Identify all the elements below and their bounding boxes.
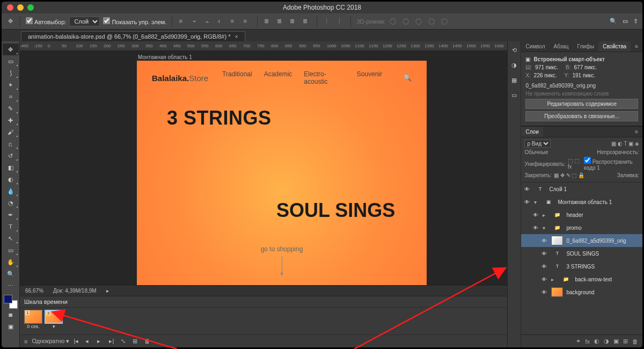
stamp-tool[interactable]: ⎌ <box>3 138 19 150</box>
play-button[interactable]: ▸ <box>97 338 105 345</box>
blend-mode-dropdown[interactable]: Обычные <box>524 149 548 155</box>
type-tool[interactable]: T <box>3 221 19 232</box>
visibility-toggle[interactable]: 👁 <box>540 264 548 270</box>
prev-frame-button[interactable]: ◂ <box>85 338 93 345</box>
visibility-toggle[interactable]: 👁 <box>540 251 548 257</box>
align-icon[interactable]: ≡ <box>243 18 251 25</box>
first-frame-button[interactable]: |◂ <box>74 338 81 345</box>
eyedropper-tool[interactable]: ✎ <box>3 103 19 114</box>
color-panel-icon[interactable]: ◑ <box>509 60 519 70</box>
healing-tool[interactable]: ✚ <box>3 114 19 126</box>
history-panel-icon[interactable]: ⟲ <box>509 45 519 55</box>
timeline-menu-icon[interactable]: ≡ <box>24 338 27 345</box>
distribute-icon[interactable]: ≣ <box>264 18 272 25</box>
brush-tool[interactable]: 🖌 <box>3 126 19 138</box>
layer-row[interactable]: 👁TСлой 1 <box>521 183 642 195</box>
marquee-tool[interactable]: ▭ <box>3 55 19 67</box>
group-icon[interactable]: ▣ <box>613 338 619 345</box>
align-icon[interactable]: ⫞ <box>217 18 225 25</box>
dodge-tool[interactable]: ◔ <box>3 197 19 209</box>
layer-filter-dropdown[interactable]: ρ Вид <box>524 140 551 148</box>
layer-row[interactable]: 👁▾📁promo <box>521 221 642 234</box>
new-frame-button[interactable]: ⊞ <box>133 338 140 345</box>
shape-tool[interactable]: ▭ <box>3 244 19 256</box>
align-icon[interactable]: ≡ <box>230 18 238 25</box>
zoom-level[interactable]: 66,67% <box>25 288 43 294</box>
distribute-icon[interactable]: ≣ <box>277 18 284 25</box>
more-tools[interactable]: ⋯ <box>3 280 19 292</box>
propagate-checkbox[interactable]: Распространить кадр 1 <box>584 157 639 171</box>
panel-menu-icon[interactable]: ≡ <box>631 41 642 52</box>
tab-glyphs[interactable]: Глифы <box>573 41 599 52</box>
layer-row[interactable]: 👁▸📁back-arrow-text <box>521 273 642 286</box>
auto-select-dropdown[interactable]: Слой <box>69 17 100 26</box>
blur-tool[interactable]: 💧 <box>3 185 19 197</box>
visibility-toggle[interactable]: 👁 <box>532 212 539 218</box>
timeline-frame[interactable]: 2 ▾ <box>45 310 63 329</box>
panel-menu-icon[interactable]: ≡ <box>631 127 642 137</box>
crop-tool[interactable]: ⌗ <box>3 91 19 103</box>
align-icon[interactable]: ⫠ <box>204 18 212 25</box>
delete-frame-button[interactable]: 🗑 <box>144 338 152 345</box>
adjustment-icon[interactable]: ◑ <box>604 338 609 345</box>
tab-character[interactable]: Символ <box>521 41 549 52</box>
chevron-right-icon[interactable]: ▸ <box>106 288 109 294</box>
eraser-tool[interactable]: ◧ <box>3 162 19 173</box>
quick-select-tool[interactable]: ✶ <box>3 79 19 91</box>
foreground-swatch[interactable] <box>4 295 12 303</box>
distribute-icon[interactable]: ≣ <box>303 18 310 25</box>
distribute-icon[interactable]: ⋮ <box>336 18 344 25</box>
move-tool[interactable]: ✥ <box>3 43 19 55</box>
path-tool[interactable]: ↖ <box>3 232 19 244</box>
align-icon[interactable]: ≡ <box>179 18 186 25</box>
y-value[interactable]: 191 пикс. <box>573 72 596 78</box>
lasso-tool[interactable]: ⟆ <box>3 67 19 79</box>
tab-layers[interactable]: Слои <box>521 127 543 137</box>
share-icon[interactable]: ⇪ <box>633 18 638 25</box>
quick-mask-toggle[interactable]: ◙ <box>3 309 19 321</box>
workspace-icon[interactable]: ▭ <box>623 18 628 25</box>
height-value[interactable]: 677 пикс. <box>574 64 597 70</box>
artboard-label[interactable]: Монтажная область 1 <box>138 54 192 60</box>
width-value[interactable]: 971 пикс. <box>535 64 558 70</box>
new-layer-icon[interactable]: ⊞ <box>623 338 628 345</box>
search-icon[interactable]: 🔍 <box>610 18 617 25</box>
mask-icon[interactable]: ◐ <box>594 338 599 345</box>
convert-linked-button[interactable]: Преобразовать в связанные... <box>525 111 638 121</box>
hand-tool[interactable]: ✋ <box>3 256 19 268</box>
pen-tool[interactable]: ✒ <box>3 209 19 221</box>
visibility-toggle[interactable]: 👁 <box>532 225 539 231</box>
artboard[interactable]: Balalaika.Store TraditionalAcademicElect… <box>137 61 427 285</box>
next-frame-button[interactable]: ▸| <box>109 338 116 345</box>
tween-button[interactable]: ⤡ <box>121 338 128 345</box>
visibility-toggle[interactable]: 👁 <box>523 199 531 205</box>
zoom-tool[interactable]: 🔍 <box>3 268 19 280</box>
auto-select-checkbox[interactable]: Автовыбор: <box>26 17 66 25</box>
distribute-icon[interactable]: ≣ <box>290 18 297 25</box>
libraries-panel-icon[interactable]: ▭ <box>509 90 519 100</box>
tab-properties[interactable]: Свойства <box>598 41 631 52</box>
visibility-toggle[interactable]: 👁 <box>540 277 548 282</box>
layer-row[interactable]: 👁▣0_6a882_a5d90399_orig <box>521 234 642 247</box>
link-layers-icon[interactable]: ⚭ <box>576 338 581 345</box>
document-tab[interactable]: animation-balalaika-store.psd @ 66,7% (0… <box>21 31 245 41</box>
visibility-toggle[interactable]: 👁 <box>523 186 531 192</box>
gradient-tool[interactable]: ◐ <box>3 173 19 185</box>
layer-row[interactable]: 👁▾▣Монтажная область 1 <box>521 195 642 208</box>
edit-contents-button[interactable]: Редактировать содержимое <box>525 99 638 109</box>
close-icon[interactable]: × <box>235 33 238 40</box>
x-value[interactable]: 226 пикс. <box>534 72 557 78</box>
ruler-horizontal[interactable]: -450-15005010015020025030035040045050055… <box>20 41 507 51</box>
delete-layer-icon[interactable]: 🗑 <box>632 338 638 345</box>
distribute-icon[interactable]: ⋮ <box>324 18 331 25</box>
screen-mode-toggle[interactable]: ▣ <box>3 321 19 332</box>
swatches-panel-icon[interactable]: ▦ <box>509 75 519 85</box>
visibility-toggle[interactable]: 👁 <box>540 289 548 295</box>
tab-paragraph[interactable]: Абзац <box>549 41 573 52</box>
document-viewport[interactable]: Монтажная область 1 Balalaika.Store Trad… <box>20 51 507 285</box>
layer-row[interactable]: 👁background <box>521 286 642 299</box>
doc-info[interactable]: Док: 4,39M/18,9M <box>53 288 97 294</box>
show-transform-checkbox[interactable]: Показать упр. элем. <box>103 17 166 25</box>
layer-row[interactable]: 👁▸📁header <box>521 208 642 221</box>
color-swatches[interactable] <box>4 295 18 309</box>
